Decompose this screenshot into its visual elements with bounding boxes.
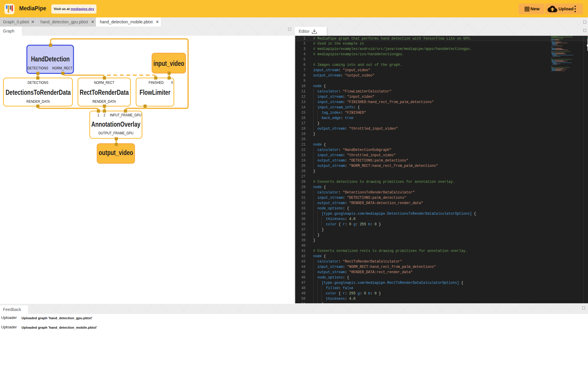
svg-text:HandDetection: HandDetection: [31, 55, 70, 63]
svg-text:INPUT_FRAME_GPU: INPUT_FRAME_GPU: [110, 113, 141, 117]
svg-text:OUTPUT_FRAME_GPU: OUTPUT_FRAME_GPU: [98, 131, 133, 135]
svg-text:AnnotationOverlay: AnnotationOverlay: [91, 120, 140, 128]
svg-text:output_video: output_video: [99, 149, 133, 157]
svg-text:NORM_RECT: NORM_RECT: [52, 66, 73, 70]
svg-text:DetectionsToRenderData: DetectionsToRenderData: [6, 88, 71, 96]
svg-text:1: 1: [97, 113, 99, 117]
svg-text:RENDER_DATA: RENDER_DATA: [92, 99, 116, 104]
svg-text:DETECTIONS: DETECTIONS: [27, 80, 48, 85]
svg-text:RectToRenderData: RectToRenderData: [80, 88, 129, 96]
svg-text:2: 2: [104, 113, 105, 117]
svg-text:input_video: input_video: [153, 59, 184, 68]
svg-text:DETECTIONS: DETECTIONS: [27, 66, 48, 70]
svg-text:FINISHED: FINISHED: [149, 80, 164, 85]
svg-text:RENDER_DATA: RENDER_DATA: [27, 99, 50, 104]
svg-text:0: 0: [171, 80, 173, 85]
svg-text:FlowLimiter: FlowLimiter: [140, 88, 171, 96]
svg-text:NORM_RECT: NORM_RECT: [94, 80, 115, 85]
